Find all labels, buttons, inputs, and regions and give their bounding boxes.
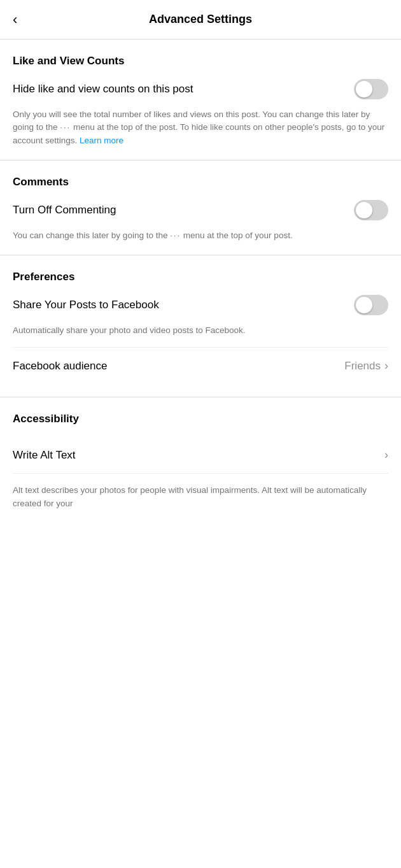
turn-off-commenting-label: Turn Off Commenting	[13, 204, 354, 217]
chevron-right-icon-2: ›	[384, 448, 388, 462]
facebook-audience-right: Friends ›	[344, 359, 388, 373]
preferences-section: Preferences Share Your Posts to Facebook…	[0, 255, 401, 397]
turn-off-commenting-toggle-row: Turn Off Commenting	[13, 200, 388, 220]
share-to-facebook-toggle-row: Share Your Posts to Facebook	[13, 295, 388, 315]
preferences-title: Preferences	[13, 271, 388, 283]
dots-icon-2: ···	[170, 229, 181, 242]
learn-more-link[interactable]: Learn more	[80, 136, 123, 145]
share-to-facebook-toggle[interactable]	[354, 295, 388, 315]
like-view-counts-title: Like and View Counts	[13, 55, 388, 68]
comments-section: Comments Turn Off Commenting You can cha…	[0, 160, 401, 255]
back-button[interactable]: ‹	[13, 11, 17, 28]
facebook-audience-row[interactable]: Facebook audience Friends ›	[13, 348, 388, 384]
hide-likes-toggle[interactable]	[354, 79, 388, 99]
turn-off-commenting-toggle[interactable]	[354, 200, 388, 220]
page-title: Advanced Settings	[149, 13, 252, 26]
dots-icon: ···	[60, 121, 71, 134]
commenting-description: You can change this later by going to th…	[13, 229, 388, 242]
comments-title: Comments	[13, 176, 388, 189]
like-view-counts-section: Like and View Counts Hide like and view …	[0, 39, 401, 160]
chevron-right-icon: ›	[384, 359, 388, 373]
hide-likes-toggle-row: Hide like and view counts on this post	[13, 79, 388, 99]
alt-text-description: Alt text describes your photos for peopl…	[13, 484, 388, 510]
facebook-audience-value: Friends	[344, 360, 381, 373]
share-to-facebook-description: Automatically share your photo and video…	[13, 324, 388, 337]
header: ‹ Advanced Settings	[0, 0, 401, 39]
write-alt-text-row[interactable]: Write Alt Text ›	[13, 437, 388, 474]
write-alt-text-label: Write Alt Text	[13, 449, 76, 462]
accessibility-section: Accessibility Write Alt Text › Alt text …	[0, 397, 401, 523]
share-to-facebook-label: Share Your Posts to Facebook	[13, 299, 354, 311]
facebook-audience-label: Facebook audience	[13, 360, 107, 373]
hide-likes-label: Hide like and view counts on this post	[13, 83, 354, 96]
accessibility-title: Accessibility	[13, 413, 388, 425]
hide-likes-description: Only you will see the total number of li…	[13, 108, 388, 147]
